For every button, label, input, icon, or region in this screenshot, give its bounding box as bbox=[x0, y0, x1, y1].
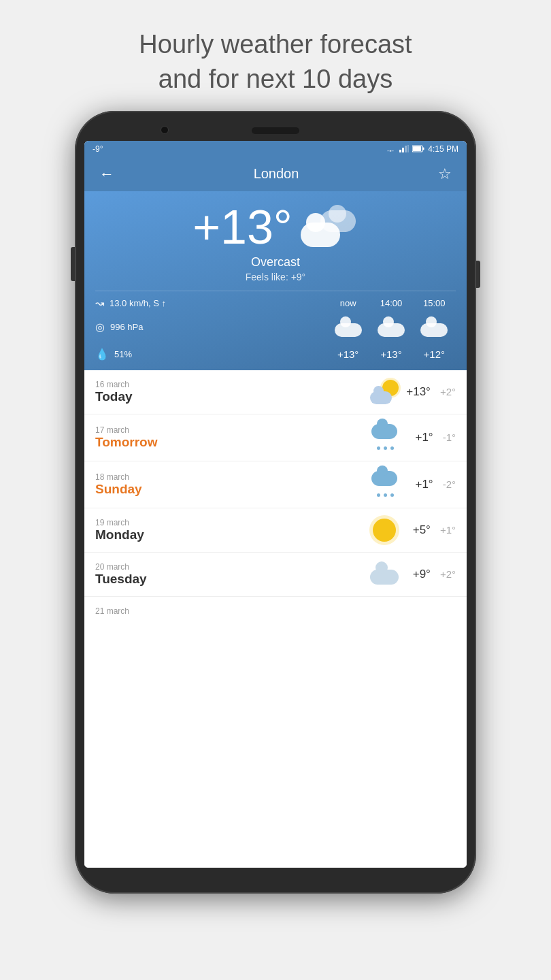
pressure-row: ◎ 996 hPa bbox=[95, 312, 456, 342]
forecast-item-sunday[interactable]: 18 march Sunday +1° bbox=[84, 461, 467, 508]
forecast-icon-tuesday bbox=[367, 564, 401, 585]
hour-label-2: 15:00 bbox=[415, 298, 453, 308]
low-temp: -1° bbox=[443, 431, 456, 443]
wifi-icon bbox=[385, 145, 396, 153]
low-temp: +2° bbox=[440, 386, 456, 397]
forecast-list: 16 march Today +13° +2° bbox=[84, 370, 467, 868]
forecast-item-tomorrow[interactable]: 17 march Tomorrow bbox=[84, 414, 467, 461]
temperature-display: +13° bbox=[193, 203, 293, 251]
volume-button bbox=[71, 247, 75, 281]
phone-camera bbox=[161, 126, 169, 134]
feels-like: Feels like: +9° bbox=[95, 272, 456, 282]
forecast-icon-tomorrow bbox=[367, 424, 401, 451]
hourly-labels: ↝ 13.0 km/h, S ↑ now 14:00 15:00 bbox=[95, 291, 456, 312]
day-label-sunday: Sunday bbox=[95, 482, 367, 497]
forecast-date-monday: 19 march Monday bbox=[95, 518, 367, 542]
forecast-date-partial: 21 march bbox=[95, 606, 456, 616]
city-title: London bbox=[254, 166, 299, 182]
forecast-icon-monday bbox=[367, 519, 401, 542]
forecast-item-partial[interactable]: 21 march bbox=[84, 597, 467, 625]
forecast-item-monday[interactable]: 19 march Monday +5° +1° bbox=[84, 508, 467, 553]
humidity-icon: 💧 bbox=[95, 348, 109, 361]
forecast-icon-today bbox=[367, 380, 401, 404]
phone-frame: -9° bbox=[75, 111, 476, 894]
hour-label-1: 14:00 bbox=[372, 298, 410, 308]
hour-label-0: now bbox=[329, 298, 367, 308]
forecast-item-today[interactable]: 16 march Today +13° +2° bbox=[84, 370, 467, 414]
high-temp: +13° bbox=[406, 385, 431, 399]
signal-icon bbox=[399, 145, 409, 152]
weather-main: +13° Overcast Feels like: +9° ↝ bbox=[84, 191, 467, 370]
forecast-date-sunday: 18 march Sunday bbox=[95, 472, 367, 497]
temperature-row: +13° bbox=[95, 203, 456, 251]
power-button bbox=[476, 261, 480, 288]
svg-rect-0 bbox=[399, 150, 401, 152]
humidity-value: 51% bbox=[114, 349, 132, 359]
high-temp: +1° bbox=[415, 431, 433, 444]
phone-speaker bbox=[252, 127, 299, 134]
date-label: 19 march bbox=[95, 518, 367, 527]
weather-icon-cloud bbox=[301, 206, 358, 248]
forecast-temps-monday: +5° +1° bbox=[401, 523, 456, 537]
svg-rect-1 bbox=[402, 148, 404, 152]
high-temp: +5° bbox=[413, 523, 431, 537]
condition-row: Overcast Feels like: +9° bbox=[95, 255, 456, 282]
hourly-cloud-2 bbox=[420, 318, 448, 337]
svg-rect-3 bbox=[407, 145, 409, 152]
forecast-item-tuesday[interactable]: 20 march Tuesday +9° +2° bbox=[84, 553, 467, 597]
forecast-temps-tomorrow: +1° -1° bbox=[401, 431, 456, 444]
favorite-button[interactable]: ☆ bbox=[434, 164, 456, 184]
forecast-temps-today: +13° +2° bbox=[401, 385, 456, 399]
forecast-temps-sunday: +1° -2° bbox=[401, 478, 456, 491]
day-label-tuesday: Tuesday bbox=[95, 572, 367, 587]
day-label: Today bbox=[95, 389, 367, 404]
svg-rect-6 bbox=[413, 146, 421, 151]
date-label: 16 march bbox=[95, 380, 367, 389]
svg-rect-2 bbox=[405, 146, 407, 152]
low-temp: +1° bbox=[440, 524, 456, 536]
forecast-temps-tuesday: +9° +2° bbox=[401, 568, 456, 581]
forecast-icon-sunday bbox=[367, 471, 401, 498]
hourly-temp-2: +12° bbox=[415, 348, 453, 360]
status-right: 4:15 PM bbox=[385, 144, 458, 154]
back-button[interactable]: ← bbox=[95, 164, 118, 184]
pressure-value: 996 hPa bbox=[110, 322, 143, 332]
hourly-temp-0: +13° bbox=[329, 348, 367, 360]
phone-screen: -9° bbox=[84, 141, 467, 868]
wind-icon: ↝ bbox=[95, 297, 104, 310]
wind-value: 13.0 km/h, S ↑ bbox=[110, 298, 166, 308]
date-label: 20 march bbox=[95, 562, 367, 572]
forecast-date-tomorrow: 17 march Tomorrow bbox=[95, 425, 367, 450]
date-label: 17 march bbox=[95, 425, 367, 435]
status-time: 4:15 PM bbox=[428, 144, 458, 154]
hourly-cloud-1 bbox=[378, 318, 405, 337]
hourly-cloud-0 bbox=[335, 318, 362, 337]
forecast-date-today: 16 march Today bbox=[95, 380, 367, 404]
date-label: 18 march bbox=[95, 472, 367, 482]
pressure-icon: ◎ bbox=[95, 321, 105, 333]
low-temp: +2° bbox=[440, 568, 456, 580]
date-label-partial: 21 march bbox=[95, 606, 456, 616]
condition-text: Overcast bbox=[95, 255, 456, 270]
high-temp: +9° bbox=[413, 568, 431, 581]
hourly-temp-1: +13° bbox=[372, 348, 410, 360]
svg-rect-5 bbox=[423, 148, 424, 150]
day-label-monday: Monday bbox=[95, 527, 367, 542]
page-title: Hourly weather forecast and for next 10 … bbox=[0, 0, 551, 111]
forecast-date-tuesday: 20 march Tuesday bbox=[95, 562, 367, 587]
status-bar: -9° bbox=[84, 141, 467, 157]
low-temp: -2° bbox=[443, 478, 456, 490]
humidity-row: 💧 51% +13° +13° +12° bbox=[95, 342, 456, 370]
app-bar: ← London ☆ bbox=[84, 157, 467, 191]
battery-icon bbox=[412, 145, 424, 152]
day-label-tomorrow: Tomorrow bbox=[95, 435, 367, 450]
high-temp: +1° bbox=[415, 478, 433, 491]
status-temperature: -9° bbox=[93, 144, 103, 154]
